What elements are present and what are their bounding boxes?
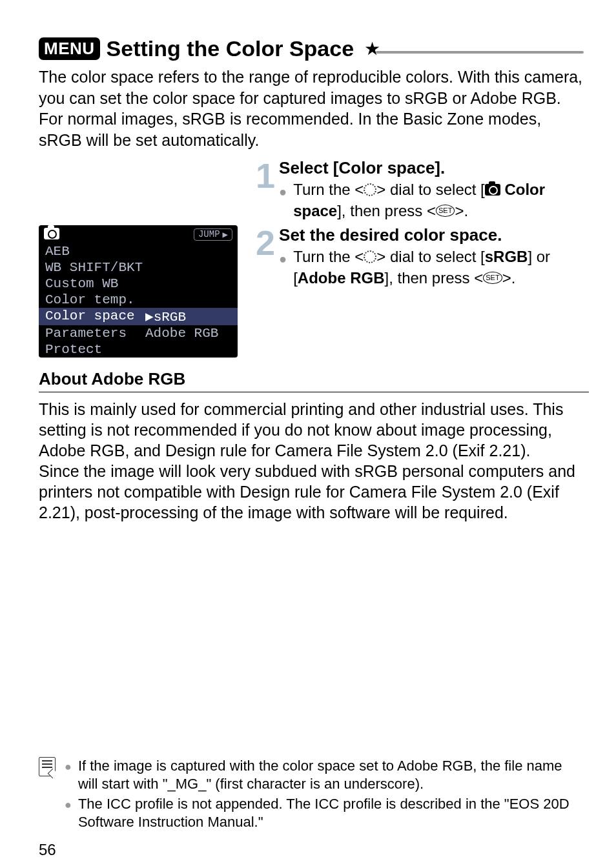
step1-bullet: ● Turn the <> dial to select [ Color spa… bbox=[279, 179, 584, 221]
adobe-label: Adobe RGB bbox=[298, 269, 385, 287]
page-title: Setting the Color Space bbox=[107, 36, 354, 61]
note-page-icon bbox=[39, 757, 56, 776]
step2-bullet: ● Turn the <> dial to select [sRGB] or [… bbox=[279, 247, 584, 288]
camera-icon bbox=[485, 184, 500, 196]
text: ], then press < bbox=[337, 202, 436, 219]
step2-number: 2 bbox=[256, 225, 275, 260]
step2-heading: Set the desired color space. bbox=[279, 225, 584, 245]
note-text: The ICC profile is not appended. The ICC… bbox=[78, 795, 584, 832]
lcd-label: Parameters bbox=[45, 326, 145, 341]
bullet-icon: ● bbox=[65, 798, 72, 832]
step1-heading: Select [Color space]. bbox=[279, 158, 584, 178]
star-icon: ★ bbox=[364, 38, 380, 59]
text: ], then press < bbox=[384, 269, 483, 287]
lcd-label: WB SHIFT/BKT bbox=[45, 260, 145, 275]
step-1: 1 Select [Color space]. ● Turn the <> di… bbox=[39, 158, 584, 221]
lcd-label: AEB bbox=[45, 244, 145, 259]
lcd-label: Custom WB bbox=[45, 276, 145, 291]
about-text: This is mainly used for commercial print… bbox=[39, 399, 584, 523]
lcd-row: AEB bbox=[39, 243, 238, 259]
step1-number: 1 bbox=[256, 158, 275, 193]
step-2: JUMP▶ AEBWB SHIFT/BKTCustom WBColor temp… bbox=[39, 225, 584, 358]
lcd-label: Color temp. bbox=[45, 292, 145, 307]
lcd-value: ▶sRGB bbox=[145, 308, 186, 325]
dial-icon bbox=[364, 183, 376, 196]
text: >. bbox=[455, 202, 468, 219]
notes-block: ●If the image is captured with the color… bbox=[39, 757, 584, 833]
page-heading: MENU Setting the Color Space ★ bbox=[39, 36, 584, 61]
text: Turn the < bbox=[293, 248, 364, 265]
dial-icon bbox=[364, 250, 376, 263]
srgb-label: sRGB bbox=[485, 248, 528, 265]
bullet-icon: ● bbox=[65, 760, 72, 794]
lcd-row: Custom WB bbox=[39, 276, 238, 292]
title-rule bbox=[376, 51, 584, 54]
jump-badge: JUMP▶ bbox=[194, 228, 232, 241]
lcd-row: Parameters Adobe RGB bbox=[39, 325, 238, 341]
page-number: 56 bbox=[39, 841, 56, 859]
text: > dial to select [ bbox=[376, 248, 484, 265]
lcd-screenshot: JUMP▶ AEBWB SHIFT/BKTCustom WBColor temp… bbox=[39, 225, 238, 358]
lcd-row: Color space▶sRGB bbox=[39, 308, 238, 325]
lcd-label: Color space bbox=[45, 308, 145, 325]
set-icon: SET bbox=[436, 205, 455, 217]
lcd-value: Adobe RGB bbox=[145, 326, 218, 341]
text: Turn the < bbox=[293, 181, 364, 198]
camera-tab-icon bbox=[44, 228, 59, 241]
note-item: ●If the image is captured with the color… bbox=[65, 757, 584, 794]
about-rule bbox=[39, 392, 589, 392]
menu-badge: MENU bbox=[39, 37, 100, 60]
set-icon: SET bbox=[483, 272, 502, 284]
text: >. bbox=[502, 269, 516, 287]
about-heading: About Adobe RGB bbox=[39, 369, 584, 389]
note-text: If the image is captured with the color … bbox=[78, 757, 584, 794]
lcd-row: WB SHIFT/BKT bbox=[39, 259, 238, 276]
lcd-row: Color temp. bbox=[39, 292, 238, 308]
note-item: ●The ICC profile is not appended. The IC… bbox=[65, 795, 584, 832]
intro-text: The color space refers to the range of r… bbox=[39, 66, 584, 150]
lcd-label: Protect bbox=[45, 342, 145, 357]
text: > dial to select [ bbox=[376, 181, 484, 198]
lcd-row: Protect bbox=[39, 341, 238, 358]
